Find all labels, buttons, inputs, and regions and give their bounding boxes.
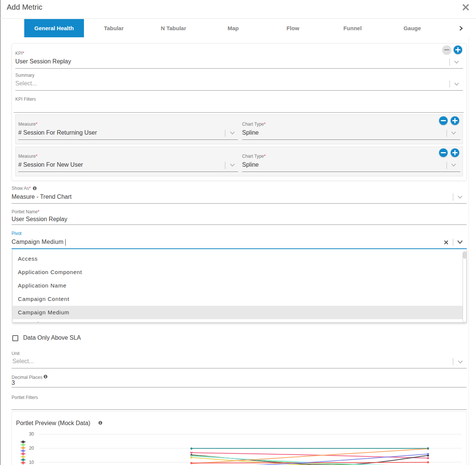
svg-text:10: 10 xyxy=(29,460,34,465)
svg-text:30: 30 xyxy=(29,431,34,437)
svg-text:20: 20 xyxy=(29,446,34,451)
